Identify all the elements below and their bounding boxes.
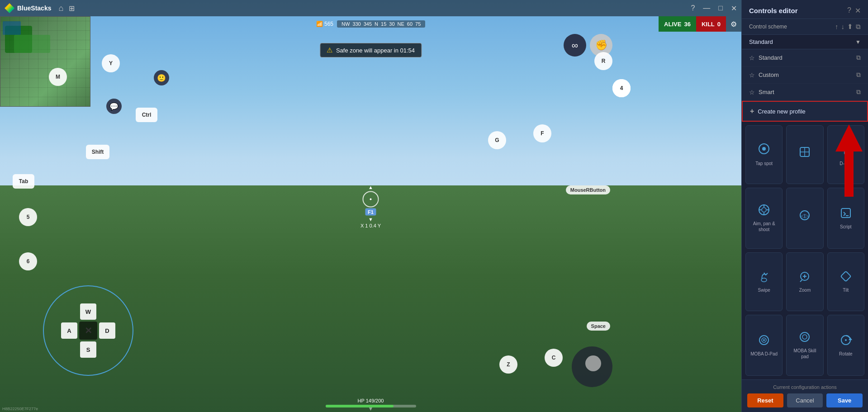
scheme-option-smart-left: ☆ Smart: [749, 89, 774, 96]
compass-bar: NW330345N1530NE6075: [337, 20, 425, 28]
scheme-option-standard-left: ☆ Standard: [749, 54, 783, 62]
svg-rect-9: [848, 147, 851, 151]
tap-spot-control[interactable]: Tap spot: [745, 125, 783, 184]
help-icon[interactable]: ?: [691, 4, 695, 12]
tilt-control[interactable]: Tilt: [827, 252, 864, 311]
scheme-name-smart: Smart: [759, 89, 774, 95]
ctrl-key-button[interactable]: Ctrl: [136, 108, 157, 122]
num5-button[interactable]: 5: [19, 208, 37, 226]
wasd-joystick[interactable]: W A S D ✕: [43, 285, 133, 376]
grid-icon[interactable]: ⊞: [69, 4, 75, 13]
aim-pan-shoot-control[interactable]: Aim, pan & shoot: [745, 188, 783, 249]
controls-panel: Controls editor ? ✕ Control scheme ↑ ↓ ⬆…: [741, 0, 868, 412]
swipe-control[interactable]: Swipe: [745, 252, 783, 311]
tab-key-button[interactable]: Tab: [13, 174, 34, 189]
scheme-dropdown[interactable]: Standard ▼ ☆ Standard ⧉ ☆ Custom ⧉: [742, 35, 868, 122]
game-area: BlueStacks ⌂ ⊞ ? — □ ✕ 📶 565 NW330345N15…: [0, 0, 741, 412]
script-control[interactable]: Script: [827, 188, 864, 249]
hp-fill: [326, 405, 394, 407]
wasd-center: ✕: [79, 322, 97, 340]
seed-text: H8B22250E7F277e: [2, 407, 38, 411]
svg-text:◁▷: ◁▷: [801, 213, 809, 219]
svg-rect-6: [844, 143, 848, 147]
d-key[interactable]: D: [99, 322, 115, 339]
s-key[interactable]: S: [80, 341, 96, 358]
svg-point-28: [763, 339, 765, 341]
svg-point-32: [845, 339, 847, 341]
num4-button[interactable]: 4: [612, 79, 631, 97]
copy-icon-custom[interactable]: ⧉: [856, 71, 861, 79]
minimize-icon[interactable]: —: [703, 4, 710, 12]
moba-dpad-control[interactable]: MOBA D-Pad: [745, 315, 783, 376]
zoom-label: Zoom: [799, 287, 811, 293]
scheme-option-standard[interactable]: ☆ Standard ⧉: [742, 49, 868, 66]
scheme-dropdown-selected[interactable]: Standard ▼: [742, 35, 868, 49]
hp-text: HP 149/200: [358, 398, 384, 403]
control-scheme-row: Control scheme ↑ ↓ ⬆ ⧉: [742, 19, 868, 35]
rotate-control[interactable]: Rotate: [827, 315, 864, 376]
emoji-button[interactable]: 🙂: [154, 70, 169, 85]
cancel-button[interactable]: Cancel: [787, 393, 823, 407]
panel-help-icon[interactable]: ?: [847, 6, 851, 15]
copy-icon-standard[interactable]: ⧉: [856, 54, 861, 62]
download-icon[interactable]: ↓: [841, 23, 845, 31]
moba-skill-pad-icon: [798, 331, 811, 345]
home-icon[interactable]: ⌂: [58, 4, 63, 13]
svg-point-30: [802, 335, 807, 339]
a-key[interactable]: A: [61, 322, 77, 339]
tap-spot-label: Tap spot: [755, 161, 773, 166]
maximize-icon[interactable]: □: [718, 4, 723, 12]
svg-rect-25: [841, 271, 851, 282]
svg-rect-7: [844, 151, 848, 154]
moba-dpad-label: MOBA D-Pad: [750, 351, 778, 357]
infinity-button[interactable]: ∞: [564, 34, 586, 57]
zoom-control[interactable]: Zoom: [786, 252, 823, 311]
y-key-button[interactable]: Y: [102, 54, 120, 72]
m-key-button[interactable]: M: [49, 68, 67, 86]
empty-control-2[interactable]: ◁▷: [786, 188, 823, 249]
w-key[interactable]: W: [80, 303, 96, 320]
star-icon-custom: ☆: [749, 71, 755, 79]
chat-button[interactable]: 💬: [106, 99, 122, 114]
svg-point-12: [762, 208, 766, 212]
dpad-control[interactable]: D-pad: [827, 125, 864, 184]
z-key-button[interactable]: Z: [499, 355, 517, 374]
reset-button[interactable]: Reset: [747, 393, 783, 407]
empty-icon-2: ◁▷: [798, 209, 811, 224]
panel-close-icon[interactable]: ✕: [855, 6, 861, 15]
num6-button[interactable]: 6: [19, 252, 37, 270]
close-icon[interactable]: ✕: [731, 4, 737, 13]
shift-key-button[interactable]: Shift: [86, 145, 109, 159]
copy-icon-smart[interactable]: ⧉: [856, 88, 861, 96]
star-icon-smart: ☆: [749, 89, 755, 96]
scheme-option-smart[interactable]: ☆ Smart ⧉: [742, 84, 868, 101]
app-title: BlueStacks: [17, 5, 51, 12]
crosshair-coords: X 1 0.4 Y: [360, 223, 381, 228]
scheme-option-custom[interactable]: ☆ Custom ⧉: [742, 66, 868, 84]
scheme-options: ☆ Standard ⧉ ☆ Custom ⧉ ☆ Smart ⧉: [742, 49, 868, 101]
upload-icon[interactable]: ↑: [835, 23, 839, 31]
panel-title: Controls editor: [749, 7, 798, 14]
analog-nub: [585, 355, 601, 371]
create-new-profile-button[interactable]: + Create new profile: [742, 101, 868, 122]
crosshair-dot: [370, 198, 372, 200]
moba-skill-pad-control[interactable]: MOBA Skill pad: [786, 315, 823, 376]
copy-icon[interactable]: ⧉: [856, 23, 861, 31]
f-key-button[interactable]: F: [533, 124, 551, 142]
joystick-circle: W A S D ✕: [43, 285, 133, 376]
g-key-button[interactable]: G: [488, 131, 506, 149]
r-key-button[interactable]: R: [594, 52, 612, 70]
empty-control-1[interactable]: [786, 125, 823, 184]
analog-stick[interactable]: [572, 346, 612, 387]
safe-zone-notification: ⚠ Safe zone will appear in 01:54: [320, 43, 422, 57]
plus-icon: +: [750, 107, 754, 115]
scheme-name-custom: Custom: [759, 71, 779, 78]
c-key-button[interactable]: C: [545, 349, 563, 367]
scheme-icons: ↑ ↓ ⬆ ⧉: [835, 23, 861, 31]
share-icon[interactable]: ⬆: [847, 23, 853, 31]
save-button[interactable]: Save: [826, 393, 863, 407]
warning-icon: ⚠: [327, 46, 332, 54]
zoom-icon: [798, 270, 811, 284]
panel-header-icons: ? ✕: [847, 6, 861, 15]
crosshair-ring: [363, 191, 379, 207]
